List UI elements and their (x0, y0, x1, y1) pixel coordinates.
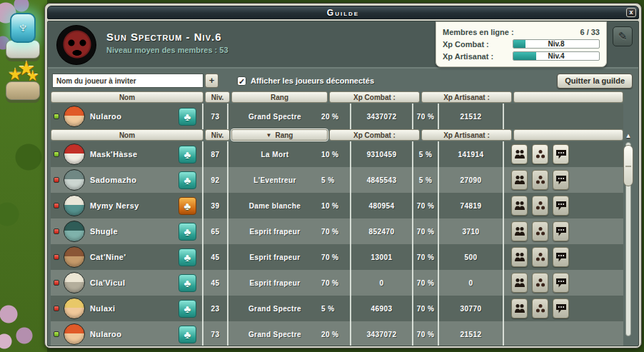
crystal-icon[interactable]: ♆ (10, 13, 36, 43)
members-online-value: 6 / 33 (580, 28, 600, 36)
members-online-label: Membres en ligne : (443, 28, 514, 36)
xp-combat-label: Xp Combat : (443, 40, 511, 49)
online-status-icon (54, 228, 59, 234)
three-dots-icon (535, 252, 546, 262)
titlebar[interactable]: Guilde x (47, 6, 639, 19)
invite-add-button[interactable]: + (205, 74, 218, 88)
quit-guild-button[interactable]: Quitter la guilde (557, 74, 633, 89)
member-level: 73 (211, 331, 220, 338)
header-niv-2[interactable]: Niv. (205, 129, 230, 141)
header-xp-artisanat[interactable]: Xp Artisanat : (421, 91, 512, 103)
send-message-button[interactable] (553, 170, 569, 190)
send-message-button[interactable] (553, 144, 569, 164)
chat-bubble-icon (555, 278, 567, 288)
online-status-icon (54, 331, 59, 337)
group-invite-button[interactable] (511, 273, 528, 293)
rank-options-button[interactable] (532, 273, 548, 293)
combat-xp-percent: 10 % (321, 202, 350, 210)
rank-options-button[interactable] (532, 298, 548, 318)
member-actions (504, 270, 623, 296)
show-offline-label: Afficher les joueurs déconnectés (251, 76, 374, 85)
guild-window: Guilde x Sun Spectrum - Niv.6 Niveau moy… (44, 3, 642, 348)
craft-xp-value: 27090 (461, 176, 482, 184)
guild-average-level: Niveau moyen des membres : 53 (106, 46, 228, 54)
group-invite-button[interactable] (511, 196, 528, 216)
send-message-button[interactable] (553, 196, 569, 216)
craft-xp-percent: 70 % (417, 202, 434, 210)
group-invite-button[interactable] (511, 144, 528, 164)
member-actions (504, 167, 623, 193)
combat-xp-value: 480954 (369, 202, 395, 210)
send-message-button[interactable] (553, 273, 569, 293)
member-rank: La Mort (228, 151, 321, 159)
member-row[interactable]: Sadomazho ♣ 92 L'Eventreur 5 % 4845543 5… (51, 167, 623, 193)
combat-xp-value: 3437072 (367, 113, 397, 121)
member-row[interactable]: Mask'Hàsse ♣ 87 La Mort 10 % 9310459 5 %… (51, 141, 623, 167)
combat-xp-percent: 70 % (321, 279, 350, 287)
scroll-up-icon[interactable]: ▲ (624, 132, 633, 139)
group-invite-button[interactable] (511, 247, 528, 267)
member-rank: Grand Spectre (228, 331, 321, 338)
game-background-strip: ♆ ★ ★ ★ (0, 0, 47, 352)
three-dots-icon (535, 226, 546, 236)
header-xp-combat-2[interactable]: Xp Combat : (329, 129, 420, 141)
group-invite-button[interactable] (511, 170, 528, 190)
chat-bubble-icon (555, 226, 567, 236)
show-offline-toggle[interactable]: ✓ Afficher les joueurs déconnectés (237, 76, 374, 86)
member-row[interactable]: Cat'Nine' ♣ 45 Esprit frapeur 70 % 13001… (51, 244, 623, 270)
rank-options-button[interactable] (532, 196, 548, 216)
xp-combat-bar: Niv.8 (513, 39, 600, 49)
header-rang[interactable]: Rang (231, 91, 328, 103)
member-row[interactable]: Cla'Vicul ♣ 45 Esprit frapeur 70 % 0 70 … (51, 270, 623, 296)
invite-player-input[interactable] (52, 74, 203, 88)
combat-xp-value: 46903 (371, 305, 393, 313)
member-level: 39 (211, 202, 220, 210)
table-header-sorted: Nom Niv. ▼ Rang Xp Combat : Xp Artisanat… (51, 129, 623, 141)
rank-options-button[interactable] (532, 247, 548, 267)
header-nom-2[interactable]: Nom (51, 129, 203, 141)
member-row[interactable]: Mymy Nersy ♣ 39 Dame blanche 10 % 480954… (51, 193, 623, 218)
group-invite-button[interactable] (511, 221, 528, 241)
toolbar: + ✓ Afficher les joueurs déconnectés Qui… (52, 73, 633, 89)
member-name: Nularoo (90, 330, 121, 338)
send-message-button[interactable] (553, 221, 569, 241)
header-nom[interactable]: Nom (51, 91, 203, 103)
stars-icon[interactable]: ★ ★ ★ (7, 60, 41, 86)
send-message-button[interactable] (553, 247, 569, 267)
rank-options-button[interactable] (532, 144, 548, 164)
chat-bubble-icon (555, 175, 567, 185)
member-avatar (64, 323, 85, 345)
chat-bubble-icon (555, 303, 567, 313)
header-rang-sorted[interactable]: ▼ Rang (231, 129, 328, 141)
show-offline-checkbox[interactable]: ✓ (237, 76, 246, 86)
three-dots-icon (535, 175, 546, 185)
member-row[interactable]: Nularoo ♣ 73 Grand Spectre 20 % 3437072 … (51, 104, 623, 129)
craft-xp-value: 21512 (461, 331, 482, 338)
header-xp-artisanat-2[interactable]: Xp Artisanat : (421, 129, 512, 141)
combat-xp-percent: 20 % (321, 113, 350, 121)
member-row[interactable]: Nularoo ♣ 73 Grand Spectre 20 % 3437072 … (51, 321, 623, 346)
member-row[interactable]: Nulaxi ♣ 23 Grand Spectre 5 % 46903 70 %… (51, 296, 623, 321)
scrollbar[interactable]: ▲ ▼ (623, 132, 634, 343)
member-actions (504, 321, 623, 346)
member-row[interactable]: Shugle ♣ 65 Esprit frapeur 70 % 852470 7… (51, 218, 623, 244)
member-actions (504, 141, 623, 167)
online-status-icon (54, 114, 59, 119)
edit-guild-button[interactable]: ✎ (613, 26, 633, 46)
craft-xp-percent: 70 % (417, 113, 434, 121)
chat-bubble-icon (555, 252, 567, 262)
scrollbar-thumb[interactable] (623, 145, 633, 186)
xp-combat-level: Niv.8 (513, 40, 599, 48)
rank-options-button[interactable] (532, 170, 548, 190)
member-avatar (64, 246, 85, 268)
scroll-down-icon[interactable]: ▼ (624, 345, 633, 346)
window-content: Sun Spectrum - Niv.6 Niveau moyen des me… (47, 21, 639, 346)
send-message-button[interactable] (553, 298, 569, 318)
header-niv[interactable]: Niv. (205, 91, 230, 103)
member-avatar (64, 106, 85, 127)
header-xp-combat[interactable]: Xp Combat : (329, 91, 420, 103)
group-invite-button[interactable] (511, 298, 528, 318)
close-button[interactable]: x (626, 8, 636, 17)
rank-options-button[interactable] (532, 221, 548, 241)
member-avatar (64, 195, 85, 216)
